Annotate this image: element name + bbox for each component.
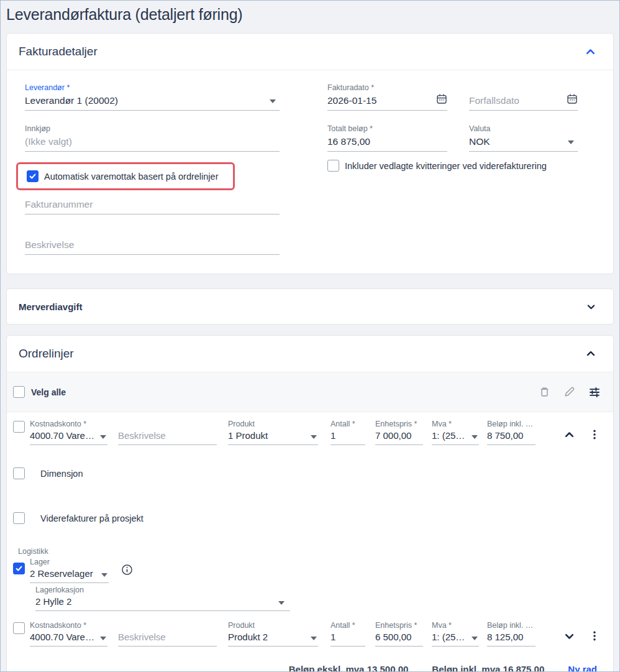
quantity-value: 1 (331, 429, 365, 444)
supplier-label: Leverandør * (25, 83, 280, 93)
order-lines-header[interactable]: Ordrelinjer (7, 336, 613, 372)
chevron-down-icon[interactable] (270, 99, 276, 103)
amount-incl-label: Beløp inkl. … (487, 620, 536, 630)
invoice-details-header[interactable]: Fakturadetaljer (7, 34, 613, 70)
collapse-row-icon[interactable] (564, 430, 575, 440)
order-lines-toolbar: Velg alle (7, 372, 613, 412)
date-row: Fakturadato * 2026-01-15 Forfallsdato (327, 83, 595, 111)
purchase-select[interactable]: Innkjøp (Ikke valgt) (25, 124, 280, 152)
check-icon (29, 172, 37, 180)
calendar-icon[interactable] (567, 93, 578, 107)
invoice-details-title: Fakturadetaljer (19, 45, 98, 58)
warehouse-label: Lager (30, 557, 109, 567)
unit-price-input[interactable]: Enhetspris * 7 000,00 (375, 419, 423, 445)
calendar-icon[interactable] (436, 93, 447, 107)
invoice-details-body: Leverandør * Leverandør 1 (20002) Innkjø… (7, 70, 613, 274)
currency-label: Valuta (469, 124, 578, 134)
cost-account-label: Kostnadskonto * (30, 620, 107, 630)
dimension-label: Dimensjon (40, 469, 83, 479)
info-icon[interactable] (121, 564, 133, 583)
product-select[interactable]: Produkt Produkt 2 (228, 620, 318, 647)
total-amount-field[interactable]: Totalt beløp * 16 875,00 (327, 124, 447, 152)
vat-select[interactable]: Mva * 1: (25… (432, 419, 479, 445)
chevron-down-icon[interactable] (278, 601, 285, 605)
unit-price-input[interactable]: Enhetspris * 6 500,00 (375, 620, 423, 647)
cost-account-select[interactable]: Kostnadskonto * 4000.70 Vare… (30, 620, 107, 647)
rebill-project-checkbox[interactable] (13, 512, 25, 524)
purchase-placeholder: (Ikke valgt) (25, 134, 280, 151)
chevron-down-icon[interactable] (568, 140, 574, 144)
chevron-down-icon[interactable] (101, 573, 107, 577)
description-placeholder: Beskrivelse (25, 237, 280, 254)
description-input[interactable]: Beskrivelse (25, 237, 280, 255)
amount-incl-label: Beløp inkl. … (487, 419, 536, 429)
expand-row-icon[interactable] (564, 631, 575, 642)
rebill-project-label: Viderefakturer på prosjekt (40, 513, 144, 523)
due-date-field[interactable]: Forfallsdato (469, 83, 578, 111)
due-date-placeholder: Forfallsdato (469, 93, 578, 110)
currency-select[interactable]: Valuta NOK (469, 124, 578, 152)
new-row-button[interactable]: Ny rad (568, 664, 597, 672)
order-lines-title: Ordrelinjer (19, 347, 74, 361)
amount-row: Totalt beløp * 16 875,00 Valuta NOK (327, 124, 595, 152)
quantity-label: Antall * (331, 620, 365, 630)
quantity-label: Antall * (331, 419, 365, 429)
product-value: 1 Produkt (228, 429, 318, 444)
line-description-input[interactable]: Beskrivelse (118, 419, 217, 445)
include-receipts-row: Inkluder vedlagte kvitteringer ved vider… (327, 160, 595, 172)
warehouse-select[interactable]: Lager 2 Reservelager (30, 557, 109, 583)
line-description-input[interactable]: Beskrivelse (118, 620, 217, 647)
spacer (6, 274, 614, 288)
warehouse-checkbox[interactable] (13, 563, 25, 574)
invoice-date-field[interactable]: Fakturadato * 2026-01-15 (327, 83, 447, 111)
chevron-down-icon[interactable] (311, 637, 317, 640)
chevron-up-icon[interactable] (585, 47, 596, 57)
include-receipts-checkbox[interactable] (327, 160, 339, 172)
chevron-down-icon[interactable] (472, 637, 478, 640)
invoice-details-panel: Fakturadetaljer Leverandør * Leverandør … (6, 33, 614, 274)
column-settings-icon[interactable] (588, 386, 601, 398)
dimension-checkbox[interactable] (13, 467, 25, 479)
supplier-invoice-page: { "page": { "title": "Leverandørfaktura … (0, 0, 620, 672)
toolbar-icons (539, 386, 601, 398)
cost-account-select[interactable]: Kostnadskonto * 4000.70 Vare… (30, 419, 107, 445)
amount-incl-input[interactable]: Beløp inkl. … 8 750,00 (487, 419, 536, 445)
amount-incl-value: 8 750,00 (487, 429, 536, 444)
pencil-icon[interactable] (563, 386, 575, 398)
warehouse-location-select[interactable]: Lagerlokasjon 2 Hylle 2 (35, 585, 290, 611)
chevron-down-icon[interactable] (472, 435, 478, 439)
kebab-menu-icon[interactable] (590, 630, 599, 642)
order-line-row-2: Kostnadskonto * 4000.70 Vare… Beskrivels… (7, 614, 613, 655)
cost-account-label: Kostnadskonto * (30, 419, 107, 429)
row-checkbox[interactable] (13, 622, 25, 634)
line-description-placeholder: Beskrivelse (118, 429, 217, 444)
auto-goods-receipt-checkbox[interactable] (27, 170, 39, 182)
vat-label: Mva * (432, 620, 479, 630)
total-excl-value: 13 500,00 (367, 664, 409, 672)
quantity-input[interactable]: Antall * 1 (331, 419, 365, 445)
chevron-down-icon[interactable] (311, 435, 317, 439)
vat-label: Mva * (432, 419, 479, 429)
row-1-expanded-section: Dimensjon Viderefakturer på prosjekt Log… (7, 467, 613, 611)
quantity-input[interactable]: Antall * 1 (331, 620, 365, 647)
chevron-down-icon[interactable] (586, 302, 596, 311)
vat-select[interactable]: Mva * 1: (25… (432, 620, 479, 647)
chevron-down-icon[interactable] (100, 435, 106, 439)
check-icon (15, 564, 23, 573)
row-checkbox[interactable] (13, 421, 25, 433)
kebab-menu-icon[interactable] (590, 429, 599, 440)
chevron-up-icon[interactable] (586, 349, 596, 359)
invoice-left-column: Leverandør * Leverandør 1 (20002) Innkjø… (25, 83, 280, 255)
product-value: Produkt 2 (228, 630, 318, 646)
supplier-select[interactable]: Leverandør * Leverandør 1 (20002) (25, 83, 280, 111)
amount-incl-input[interactable]: Beløp inkl. … 8 125,00 (487, 620, 536, 647)
trash-icon[interactable] (539, 386, 550, 398)
vat-header[interactable]: Merverdiavgift (7, 289, 613, 324)
invoice-number-input[interactable]: Fakturanummer (25, 197, 280, 214)
chevron-down-icon[interactable] (100, 637, 106, 640)
page-title: Leverandørfaktura (detaljert føring) (6, 6, 614, 24)
select-all-checkbox[interactable] (13, 386, 25, 398)
supplier-value: Leverandør 1 (20002) (25, 93, 280, 110)
product-select[interactable]: Produkt 1 Produkt (228, 419, 318, 445)
total-amount-value: 16 875,00 (327, 134, 447, 151)
